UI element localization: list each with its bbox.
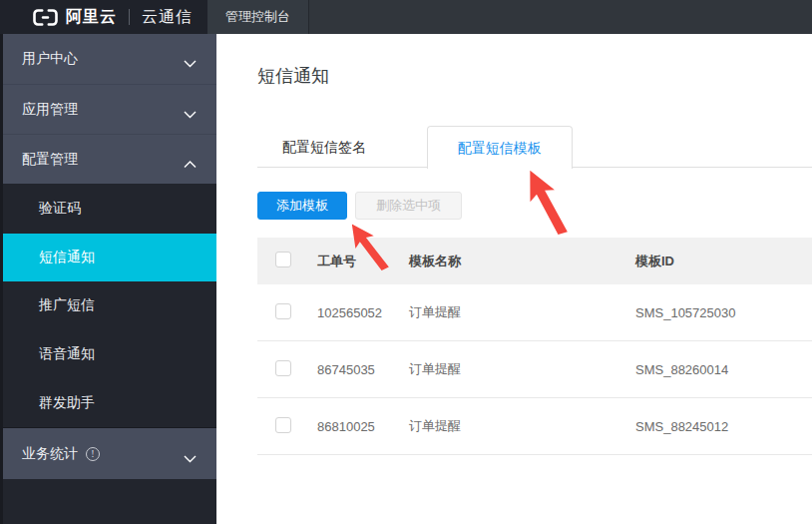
order-no-cell: 102565052 <box>317 305 409 320</box>
chevron-down-icon <box>184 55 197 71</box>
top-header: 阿里云 云通信 管理控制台 <box>0 0 812 34</box>
order-no-cell: 86745035 <box>317 362 409 377</box>
template-table: 工单号 模板名称 模板ID 102565052 订单提醒 SMS_1057250… <box>257 238 812 455</box>
chevron-down-icon <box>184 450 197 466</box>
product-name: 云通信 <box>142 7 193 28</box>
sidebar-top-group: 用户中心 应用管理 配置管理 <box>3 34 216 184</box>
template-id-cell: SMS_105725030 <box>635 305 812 320</box>
tab-configure-sms-signature[interactable]: 配置短信签名 <box>257 126 391 168</box>
table-row: 102565052 订单提醒 SMS_105725030 <box>257 284 812 341</box>
submenu-item-sms-notification[interactable]: 短信通知 <box>3 234 216 282</box>
chevron-down-icon <box>184 106 197 122</box>
template-name-cell: 订单提醒 <box>409 303 635 321</box>
delete-selected-button[interactable]: 删除选中项 <box>355 192 462 220</box>
template-name-cell: 订单提醒 <box>409 417 635 435</box>
template-id-cell: SMS_88260014 <box>635 362 812 377</box>
sidebar-item-label: 业务统计 <box>22 445 78 463</box>
chevron-up-icon <box>184 156 197 172</box>
tab-configure-sms-template[interactable]: 配置短信模板 <box>427 126 573 169</box>
order-no-cell: 86810025 <box>317 419 409 434</box>
table-header-row: 工单号 模板名称 模板ID <box>257 238 812 284</box>
tab-bar: 配置短信签名 配置短信模板 <box>257 125 812 168</box>
sidebar-item-business-stats[interactable]: 业务统计 ! <box>3 427 216 479</box>
brand-logo-zone[interactable]: 阿里云 云通信 <box>0 0 207 34</box>
sidebar: 用户中心 应用管理 配置管理 验证码 短信通知 推广短信 语音通知 群发助手 业… <box>0 34 216 524</box>
column-header-template-name: 模板名称 <box>409 253 635 270</box>
sidebar-item-config-management[interactable]: 配置管理 <box>3 134 216 184</box>
console-tab[interactable]: 管理控制台 <box>207 0 309 34</box>
table-row: 86810025 订单提醒 SMS_88245012 <box>257 398 812 455</box>
column-header-order-no: 工单号 <box>317 253 409 270</box>
row-checkbox[interactable] <box>275 417 291 433</box>
sidebar-item-label: 配置管理 <box>22 151 78 169</box>
submenu-item-mass-send-assistant[interactable]: 群发助手 <box>3 378 216 427</box>
add-template-button[interactable]: 添加模板 <box>257 192 347 220</box>
row-checkbox[interactable] <box>275 303 291 319</box>
toolbar: 添加模板 删除选中项 <box>257 192 812 220</box>
sidebar-item-label: 应用管理 <box>22 101 78 119</box>
template-name-cell: 订单提醒 <box>409 360 635 378</box>
row-checkbox[interactable] <box>275 360 291 376</box>
select-all-checkbox[interactable] <box>275 252 291 267</box>
sidebar-item-user-center[interactable]: 用户中心 <box>3 34 216 84</box>
column-header-template-id: 模板ID <box>635 253 812 270</box>
sidebar-item-label: 用户中心 <box>22 50 78 68</box>
brand-name: 阿里云 <box>66 7 117 28</box>
submenu-item-verification-code[interactable]: 验证码 <box>3 185 216 234</box>
main-content: 短信通知 配置短信签名 配置短信模板 添加模板 删除选中项 工单号 模板名称 模… <box>216 34 812 524</box>
table-row: 86745035 订单提醒 SMS_88260014 <box>257 341 812 398</box>
info-icon: ! <box>86 447 100 461</box>
alicloud-bracket-logo-icon <box>33 9 58 26</box>
sidebar-submenu: 验证码 短信通知 推广短信 语音通知 群发助手 <box>3 185 216 427</box>
brand-separator <box>129 9 130 25</box>
sidebar-item-app-management[interactable]: 应用管理 <box>3 84 216 134</box>
page-title: 短信通知 <box>257 64 812 88</box>
submenu-item-promo-sms[interactable]: 推广短信 <box>3 281 216 330</box>
template-id-cell: SMS_88245012 <box>635 419 812 434</box>
submenu-item-voice-notification[interactable]: 语音通知 <box>3 330 216 379</box>
